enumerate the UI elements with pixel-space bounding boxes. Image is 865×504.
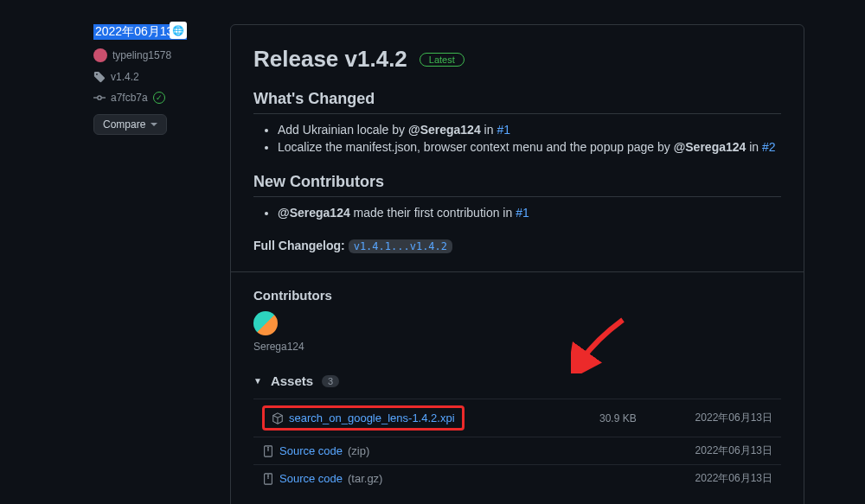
- contributor-item: @Serega124 made their first contribution…: [278, 206, 781, 220]
- pr-link[interactable]: #1: [497, 123, 510, 137]
- file-zip-icon: [262, 473, 274, 485]
- asset-date: 2022年06月13日: [677, 443, 772, 458]
- highlighted-asset: search_on_google_lens-1.4.2.xpi: [262, 405, 465, 431]
- latest-badge: Latest: [420, 53, 465, 67]
- asset-row[interactable]: search_on_google_lens-1.4.2.xpi 30.9 KB …: [253, 399, 781, 437]
- asset-name: Source code: [279, 444, 343, 457]
- chevron-down-icon: [151, 123, 157, 126]
- asset-name: search_on_google_lens-1.4.2.xpi: [289, 411, 455, 424]
- commit-icon: [93, 92, 106, 104]
- pr-link[interactable]: #1: [516, 206, 529, 220]
- author-link[interactable]: typeling1578: [112, 49, 171, 61]
- changes-list: Add Ukrainian locale by @Serega124 in #1…: [253, 123, 781, 154]
- verified-icon[interactable]: ✓: [153, 92, 165, 104]
- tag-link[interactable]: v1.4.2: [111, 71, 139, 83]
- pr-link[interactable]: #2: [762, 140, 776, 154]
- translate-icon[interactable]: 🌐: [170, 22, 187, 39]
- release-sidebar: 🌐 2022年06月13日 typeling1578 v1.4.2 a7fcb7…: [93, 24, 215, 504]
- assets-toggle[interactable]: ▼ Assets 3: [253, 373, 781, 388]
- assets-count: 3: [322, 375, 339, 387]
- asset-row[interactable]: Source code (tar.gz) 2022年06月13日: [253, 464, 781, 492]
- contributors-heading: Contributors: [253, 288, 781, 303]
- contributor-avatar[interactable]: [253, 311, 278, 335]
- change-item: Localize the manifest.json, browser cont…: [278, 140, 781, 154]
- compare-button[interactable]: Compare: [93, 114, 167, 135]
- user-mention[interactable]: @Serega124: [408, 123, 481, 137]
- release-title: Release v1.4.2: [253, 46, 407, 73]
- user-mention[interactable]: @Serega124: [674, 140, 746, 154]
- package-icon: [272, 412, 284, 424]
- svg-point-0: [96, 73, 98, 75]
- full-changelog: Full Changelog: v1.4.1...v1.4.2: [253, 239, 781, 252]
- contributor-name[interactable]: Serega124: [253, 341, 781, 353]
- release-panel: Release v1.4.2 Latest What's Changed Add…: [230, 24, 804, 504]
- asset-size: 30.9 KB: [599, 412, 677, 424]
- author-avatar[interactable]: [93, 48, 107, 62]
- file-zip-icon: [262, 445, 274, 457]
- commit-link[interactable]: a7fcb7a: [111, 92, 148, 104]
- user-mention[interactable]: @Serega124: [278, 206, 350, 220]
- asset-date: 2022年06月13日: [677, 411, 772, 425]
- change-item: Add Ukrainian locale by @Serega124 in #1: [278, 123, 781, 137]
- triangle-down-icon: ▼: [253, 376, 262, 386]
- asset-date: 2022年06月13日: [677, 471, 772, 486]
- changelog-range-link[interactable]: v1.4.1...v1.4.2: [349, 239, 452, 253]
- asset-name: Source code: [279, 472, 343, 485]
- svg-point-1: [98, 96, 101, 99]
- new-contributors-heading: New Contributors: [253, 173, 781, 197]
- whats-changed-heading: What's Changed: [253, 90, 781, 114]
- assets-heading: Assets: [271, 373, 313, 388]
- tag-icon: [93, 71, 106, 83]
- asset-row[interactable]: Source code (zip) 2022年06月13日: [253, 437, 781, 464]
- compare-label: Compare: [103, 118, 145, 131]
- divider: [231, 271, 804, 272]
- new-contributors-list: @Serega124 made their first contribution…: [253, 206, 781, 220]
